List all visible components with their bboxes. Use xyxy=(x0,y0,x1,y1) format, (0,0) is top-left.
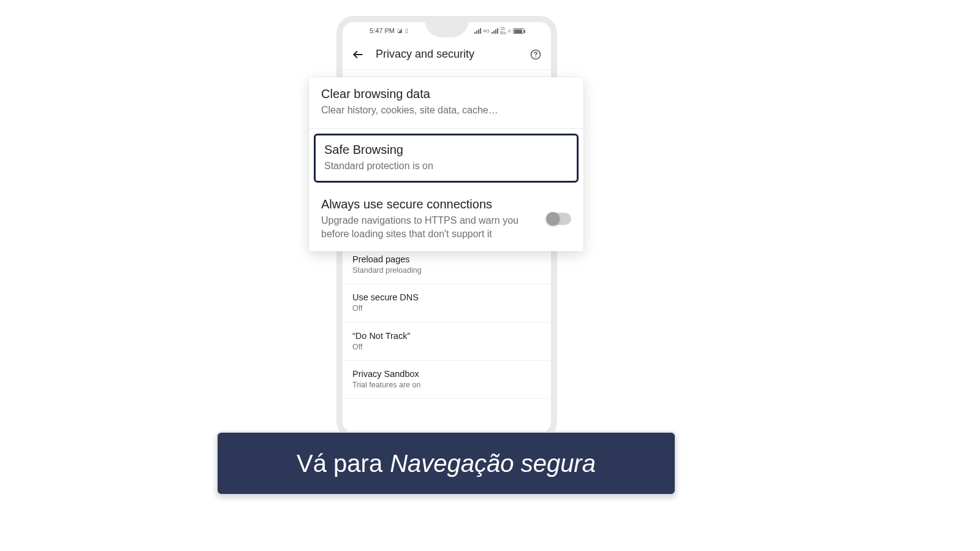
settings-list: Preload pages Standard preloading Use se… xyxy=(343,246,551,399)
volte-icon: ⎌ xyxy=(508,28,511,34)
facebook-icon: ◪ xyxy=(397,28,403,34)
setting-secure-connections[interactable]: Always use secure connections Upgrade na… xyxy=(309,188,583,251)
battery-icon xyxy=(513,28,524,34)
setting-safe-browsing[interactable]: Safe Browsing Standard protection is on xyxy=(314,134,579,183)
signal-icon-1 xyxy=(474,28,481,34)
net-rate: 15 xyxy=(500,26,506,31)
net-gen: 4G xyxy=(483,28,490,34)
app-icon: ▯ xyxy=(405,28,408,34)
help-icon[interactable] xyxy=(529,48,542,61)
setting-clear-browsing-data[interactable]: Clear browsing data Clear history, cooki… xyxy=(309,77,583,129)
setting-title: “Do Not Track” xyxy=(352,331,541,341)
setting-secure-dns[interactable]: Use secure DNS Off xyxy=(343,284,551,322)
setting-sub: Standard preloading xyxy=(352,265,541,275)
setting-privacy-sandbox[interactable]: Privacy Sandbox Trial features are on xyxy=(343,361,551,399)
setting-preload-pages[interactable]: Preload pages Standard preloading xyxy=(343,246,551,284)
item-title: Clear browsing data xyxy=(321,87,571,101)
caption-bar: Vá para Navegação segura xyxy=(216,431,676,495)
zoom-card: Clear browsing data Clear history, cooki… xyxy=(309,77,583,251)
status-time: 5:47 PM xyxy=(370,27,395,34)
item-sub: Standard protection is on xyxy=(324,159,568,173)
setting-sub: Trial features are on xyxy=(352,380,541,390)
setting-title: Preload pages xyxy=(352,254,541,264)
item-title: Safe Browsing xyxy=(324,143,568,157)
page-title: Privacy and security xyxy=(376,48,518,61)
signal-icon-2 xyxy=(492,28,498,34)
setting-sub: Off xyxy=(352,303,541,313)
caption-pre: Vá para xyxy=(297,450,382,477)
caption-em: Navegação segura xyxy=(390,450,596,477)
status-left: 5:47 PM ◪ ▯ xyxy=(370,27,408,34)
setting-sub: Off xyxy=(352,342,541,352)
item-sub: Upgrade navigations to HTTPS and warn yo… xyxy=(321,214,538,240)
setting-do-not-track[interactable]: “Do Not Track” Off xyxy=(343,323,551,361)
secure-connections-toggle[interactable] xyxy=(547,213,571,225)
page-header: Privacy and security xyxy=(343,39,551,70)
back-arrow-icon[interactable] xyxy=(351,48,365,61)
status-right: 4G 15 B/s ⎌ xyxy=(474,26,524,35)
svg-point-2 xyxy=(535,56,536,58)
item-sub: Clear history, cookies, site data, cache… xyxy=(321,104,571,117)
setting-title: Privacy Sandbox xyxy=(352,369,541,379)
setting-title: Use secure DNS xyxy=(352,292,541,302)
net-unit: B/s xyxy=(500,31,506,35)
item-title: Always use secure connections xyxy=(321,197,538,211)
